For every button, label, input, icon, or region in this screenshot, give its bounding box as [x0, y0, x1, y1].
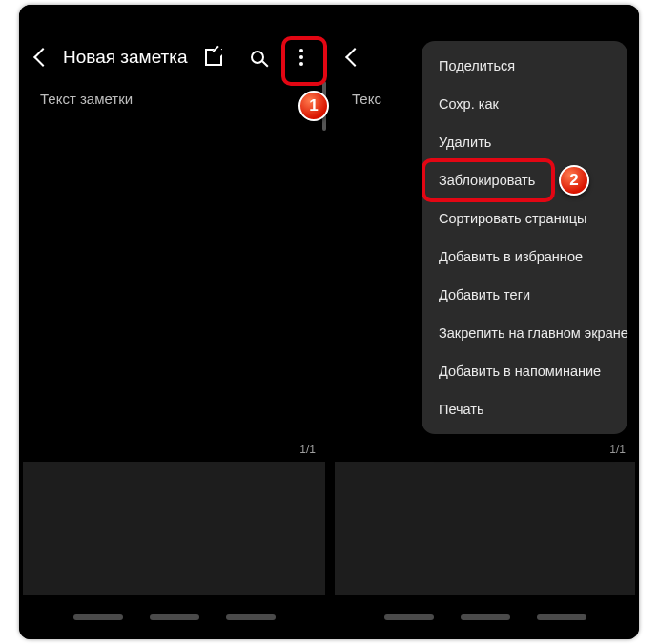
note-placeholder: Текст заметки — [40, 91, 133, 107]
nav-home[interactable] — [150, 614, 199, 620]
nav-recents[interactable] — [384, 614, 434, 620]
status-bar — [19, 5, 329, 33]
nav-home[interactable] — [461, 614, 510, 620]
scrollbar[interactable] — [322, 81, 326, 131]
status-bar — [331, 5, 639, 33]
phone-left: Новая заметка Текст заметки 1/1 — [19, 5, 329, 639]
note-placeholder: Текс — [352, 91, 381, 107]
page-indicator: 1/1 — [19, 439, 329, 462]
menu-delete[interactable]: Удалить — [422, 123, 627, 161]
phone-right: Текс 1/1 Поделиться Сохр. как Удалить За… — [329, 5, 639, 639]
edit-icon — [205, 49, 222, 66]
note-body[interactable]: Текст заметки — [19, 81, 329, 439]
menu-print[interactable]: Печать — [422, 390, 627, 428]
menu-add-favorite[interactable]: Добавить в избранное — [422, 238, 627, 276]
more-icon — [299, 49, 303, 66]
menu-save-as[interactable]: Сохр. как — [422, 85, 627, 123]
search-icon — [251, 51, 264, 64]
back-icon[interactable] — [345, 48, 364, 67]
tutorial-stage: Новая заметка Текст заметки 1/1 Текс 1/1 — [19, 5, 639, 639]
nav-bar — [19, 595, 329, 639]
menu-pin-home[interactable]: Закрепить на главном экране — [422, 314, 627, 352]
toolbar: Новая заметка — [19, 33, 329, 81]
menu-share[interactable]: Поделиться — [422, 47, 627, 85]
edit-button[interactable] — [195, 39, 232, 75]
search-button[interactable] — [239, 39, 276, 75]
menu-add-tags[interactable]: Добавить теги — [422, 276, 627, 314]
overflow-menu: Поделиться Сохр. как Удалить Заблокирова… — [422, 41, 627, 434]
nav-bar — [331, 595, 639, 639]
nav-back[interactable] — [226, 614, 276, 620]
page-indicator: 1/1 — [331, 439, 639, 462]
more-button[interactable] — [283, 39, 319, 75]
menu-sort-pages[interactable]: Сортировать страницы — [422, 199, 627, 238]
nav-back[interactable] — [537, 614, 586, 620]
nav-recents[interactable] — [73, 614, 123, 620]
back-icon[interactable] — [33, 48, 52, 67]
page-title: Новая заметка — [63, 47, 188, 68]
thumbnail-strip[interactable] — [23, 462, 325, 595]
menu-lock[interactable]: Заблокировать — [422, 161, 627, 199]
thumbnail-strip[interactable] — [335, 462, 635, 595]
menu-add-reminder[interactable]: Добавить в напоминание — [422, 352, 627, 390]
